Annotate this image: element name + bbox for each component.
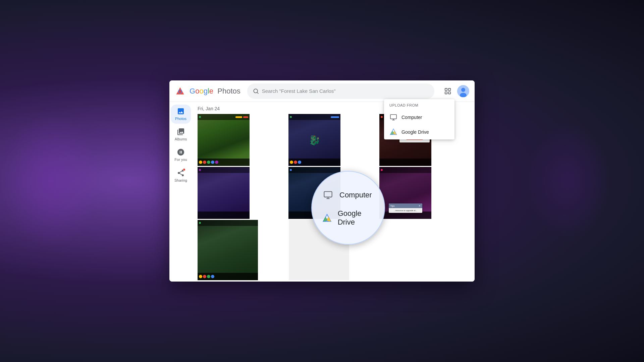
tips-popup-close[interactable]: × (419, 204, 420, 207)
albums-icon (177, 128, 185, 136)
tips-popup-content: ...resource to upgrade al... (389, 208, 422, 213)
tips-popup-title: Tips (390, 205, 395, 207)
search-bar[interactable]: Search "Forest Lake San Carlos" (247, 83, 434, 99)
svg-rect-13 (390, 115, 396, 119)
browser-window: Google Photos Search "Forest Lake San Ca… (169, 80, 475, 282)
foryou-icon (177, 148, 185, 156)
game-ui-bar-5 (288, 167, 340, 173)
sidebar: Photos Albums For you (169, 102, 192, 282)
photo-cell-6[interactable]: Tips × ...resource to upgrade al... (379, 167, 431, 219)
game-ui-bar-4 (198, 167, 250, 173)
sharing-badge (183, 168, 185, 171)
svg-point-3 (179, 90, 181, 93)
upload-dropdown: UPLOAD FROM Computer (384, 99, 454, 139)
app-header: Google Photos Search "Forest Lake San Ca… (169, 80, 475, 102)
svg-rect-21 (324, 191, 332, 197)
zoom-drive-icon (322, 212, 332, 224)
zoom-drive-item[interactable]: Google Drive (322, 209, 374, 227)
brand-name: Google Photos (190, 87, 240, 96)
tips-popup: Tips × ...resource to upgrade al... (389, 203, 422, 213)
sidebar-label-photos: Photos (175, 117, 186, 121)
sidebar-label-albums: Albums (175, 137, 187, 141)
search-icon (253, 88, 259, 95)
photo-cell-7[interactable] (198, 220, 258, 280)
svg-rect-6 (445, 88, 447, 90)
game-ui-bar-2 (288, 114, 340, 120)
upload-computer-option[interactable]: Computer (384, 110, 454, 125)
app-logo (175, 86, 185, 97)
zoom-computer-icon (322, 189, 334, 201)
photo-cell-1[interactable] (198, 114, 250, 166)
svg-point-4 (254, 89, 258, 93)
computer-icon (389, 113, 397, 121)
sidebar-label-foryou: For you (174, 158, 187, 162)
google-drive-icon (389, 128, 397, 136)
zoom-circle-overlay: Computer Goog (311, 171, 385, 245)
zoom-drive-label: Google Drive (338, 209, 374, 227)
upload-button[interactable] (441, 84, 454, 98)
photo-grid-row2: Tips × ...resource to upgrade al... (198, 167, 469, 219)
upload-computer-label: Computer (401, 115, 422, 120)
svg-rect-8 (445, 92, 447, 94)
upload-dropdown-title: UPLOAD FROM (384, 99, 454, 110)
photos-icon (177, 107, 185, 115)
date-header-2: Wed, Jan 22 (198, 281, 469, 282)
svg-rect-9 (448, 92, 450, 94)
upload-drive-label: Google Drive (401, 129, 429, 135)
sidebar-label-sharing: Sharing (174, 178, 187, 183)
sidebar-item-sharing[interactable]: Sharing (171, 166, 191, 185)
header-actions (441, 84, 469, 98)
photo-cell-4[interactable] (198, 167, 250, 219)
game-ui-bar-7 (198, 220, 258, 226)
svg-point-11 (461, 88, 465, 92)
photo-cell-2[interactable]: 🐉 (288, 114, 340, 166)
upload-drive-option[interactable]: Google Drive (384, 125, 454, 139)
sidebar-item-foryou[interactable]: For you (171, 145, 191, 165)
sidebar-item-albums[interactable]: Albums (171, 125, 191, 144)
game-ui-bar-6 (379, 167, 431, 173)
game-ui-bar (198, 114, 250, 120)
user-avatar[interactable] (457, 85, 469, 97)
sidebar-item-photos[interactable]: Photos (171, 105, 191, 124)
svg-rect-7 (448, 88, 450, 90)
zoom-computer-item[interactable]: Computer (322, 189, 372, 201)
sharing-icon (177, 169, 185, 177)
search-placeholder: Search "Forest Lake San Carlos" (262, 88, 429, 94)
zoom-computer-label: Computer (339, 191, 372, 199)
upload-icon (444, 87, 451, 95)
svg-line-5 (257, 92, 259, 94)
